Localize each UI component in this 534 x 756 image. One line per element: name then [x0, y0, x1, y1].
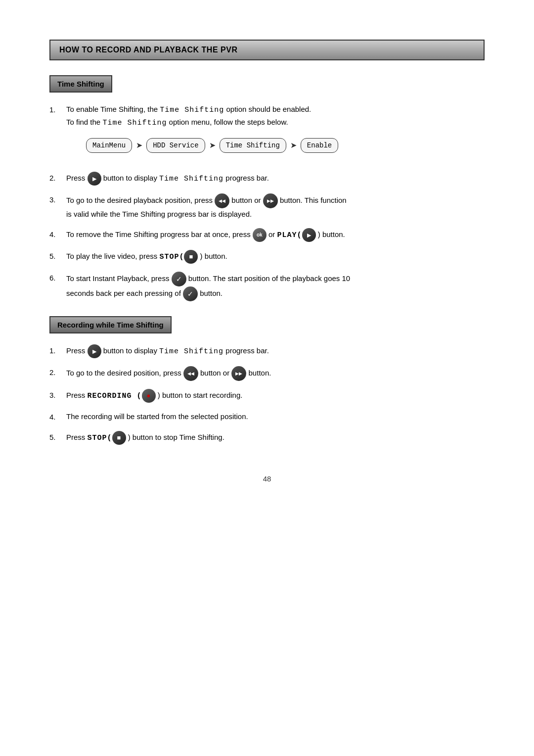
- play-label: PLAY(: [277, 231, 302, 239]
- check-button-icon-2: [183, 286, 198, 301]
- list-item: 4. The recording will be started from th…: [49, 411, 485, 423]
- recording-label-text: RECORDING (: [88, 392, 142, 400]
- list-number: 1.: [49, 344, 63, 357]
- time-shifting-label: Time Shifting: [57, 80, 104, 88]
- nav-arrow-3: ➤: [290, 139, 297, 152]
- rewind-button-icon-rec: [183, 366, 198, 381]
- list-item: 6. To start Instant Playback, press butt…: [49, 272, 485, 301]
- list-number: 3.: [49, 193, 63, 206]
- list-content: Press button to display Time Shifting pr…: [66, 344, 485, 358]
- list-number: 1.: [49, 103, 63, 116]
- stop-button-icon: [184, 250, 198, 264]
- nav-main-menu: MainMenu: [86, 138, 132, 153]
- list-number: 4.: [49, 411, 63, 423]
- recording-label: Recording while Time Shifting: [57, 321, 164, 329]
- page-content: HOW TO RECORD AND PLAYBACK THE PVR Time …: [49, 40, 485, 483]
- list-item: 2. Press button to display Time Shifting…: [49, 172, 485, 186]
- record-button-icon: [142, 389, 156, 403]
- mono-time-shifting-2: Time Shifting: [102, 119, 167, 127]
- mono-time-shifting-3: Time Shifting: [159, 175, 223, 183]
- page-number-text: 48: [263, 474, 271, 483]
- mono-time-shifting: Time Shifting: [160, 106, 224, 114]
- play-button-icon: [88, 172, 101, 186]
- list-item: 1. Press button to display Time Shifting…: [49, 344, 485, 358]
- nav-path: MainMenu ➤ HDD Service ➤ Time Shifting ➤…: [86, 138, 485, 153]
- time-shifting-list: 1. To enable Time Shifting, the Time Shi…: [49, 103, 485, 301]
- nav-enable: Enable: [301, 138, 338, 153]
- list-number: 6.: [49, 272, 63, 284]
- list-content: Press STOP( ) button to stop Time Shifti…: [66, 431, 485, 445]
- recording-list: 1. Press button to display Time Shifting…: [49, 344, 485, 445]
- list-number: 5.: [49, 431, 63, 443]
- stop-button-icon-rec: [112, 431, 126, 445]
- play-button-icon-rec: [88, 344, 101, 358]
- nav-arrow-1: ➤: [136, 139, 142, 152]
- list-content: To start Instant Playback, press button.…: [66, 272, 485, 301]
- time-shifting-header: Time Shifting: [49, 75, 112, 93]
- ff-button-icon: [263, 193, 278, 208]
- nav-hdd-service: HDD Service: [146, 138, 205, 153]
- list-number: 2.: [49, 172, 63, 184]
- list-content: To enable Time Shifting, the Time Shifti…: [66, 103, 485, 164]
- list-content: To play the live video, press STOP( ) bu…: [66, 250, 485, 264]
- list-item: 2. To go to the desired position, press …: [49, 366, 485, 381]
- check-button-icon: [172, 272, 186, 286]
- list-item: 5. To play the live video, press STOP( )…: [49, 250, 485, 264]
- list-number: 4.: [49, 228, 63, 240]
- list-item: 5. Press STOP( ) button to stop Time Shi…: [49, 431, 485, 445]
- list-item: 3. Press RECORDING ( ) button to start r…: [49, 389, 485, 403]
- list-content: The recording will be started from the s…: [66, 411, 485, 423]
- list-number: 3.: [49, 389, 63, 401]
- main-header-text: HOW TO RECORD AND PLAYBACK THE PVR: [59, 46, 237, 54]
- list-content: To go to the desired playback position, …: [66, 193, 485, 220]
- ok-button-icon: ok: [253, 228, 267, 242]
- stop-label-rec: STOP(: [88, 434, 112, 442]
- ff-button-icon-rec: [231, 366, 246, 381]
- nav-time-shifting: Time Shifting: [220, 138, 286, 153]
- rewind-button-icon: [215, 193, 229, 208]
- page-number: 48: [49, 474, 485, 483]
- main-section-header: HOW TO RECORD AND PLAYBACK THE PVR: [49, 40, 485, 60]
- list-content: Press RECORDING ( ) button to start reco…: [66, 389, 485, 403]
- mono-time-shifting-rec: Time Shifting: [159, 347, 223, 356]
- list-content: To go to the desired position, press but…: [66, 366, 485, 381]
- list-number: 2.: [49, 366, 63, 378]
- list-item: 4. To remove the Time Shifting progress …: [49, 228, 485, 242]
- stop-label: STOP(: [159, 253, 184, 261]
- list-number: 5.: [49, 250, 63, 262]
- list-item: 1. To enable Time Shifting, the Time Shi…: [49, 103, 485, 164]
- list-content: To remove the Time Shifting progress bar…: [66, 228, 485, 242]
- nav-arrow-2: ➤: [209, 139, 216, 152]
- list-content: Press button to display Time Shifting pr…: [66, 172, 485, 186]
- recording-header: Recording while Time Shifting: [49, 316, 172, 333]
- list-item: 3. To go to the desired playback positio…: [49, 193, 485, 220]
- play-button-icon-2: [302, 228, 316, 242]
